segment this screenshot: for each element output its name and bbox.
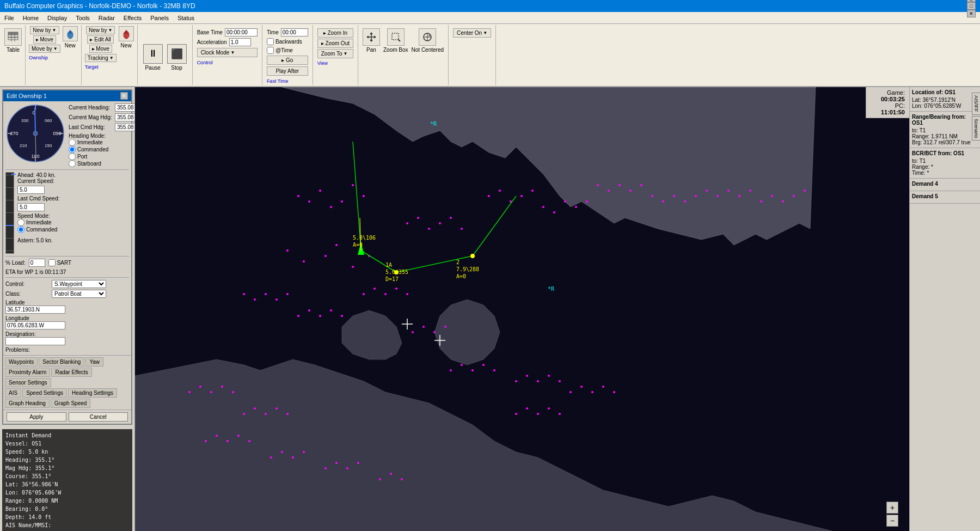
map-zoom-out-btn[interactable]: − [886, 515, 898, 527]
close-btn[interactable]: ✕ [967, 10, 976, 17]
zoom-box-icon[interactable] [387, 28, 405, 46]
current-mag-value: 355.08 [115, 113, 135, 121]
ownship-new-by-btn[interactable]: New by ▼ [30, 26, 59, 34]
load-input[interactable] [29, 259, 45, 267]
target-new-by-btn[interactable]: New by ▼ [86, 26, 115, 34]
target-move-btn[interactable]: ▸ Move [89, 45, 112, 53]
ownship-move-btn[interactable]: ▸ Move [33, 35, 56, 44]
target-edit-all-btn[interactable]: ▸ Edit All [87, 35, 113, 44]
menu-home[interactable]: Home [19, 14, 43, 22]
control-label: Control: [5, 281, 52, 287]
speed-immediate-radio[interactable]: Immediate [17, 219, 129, 226]
designation-label: Designation: [5, 331, 129, 337]
clock-mode-btn[interactable]: Clock Mode ▼ [197, 48, 258, 57]
menu-display[interactable]: Display [43, 14, 71, 22]
current-heading-value: 355.08 [115, 103, 135, 112]
yaw-tab[interactable]: Yaw [85, 357, 103, 367]
sector-blanking-tab[interactable]: Sector Blanking [39, 357, 84, 367]
designation-input[interactable] [5, 337, 65, 345]
heading-settings-tab[interactable]: Heading Settings [68, 388, 117, 398]
center-on-btn[interactable]: Center On ▼ [453, 28, 491, 38]
menu-radar[interactable]: Radar [94, 14, 119, 22]
current-mag-label: Current Mag Hdg: [69, 114, 115, 120]
target-tracking-btn[interactable]: Tracking ▼ [85, 54, 117, 62]
proximity-alarm-tab[interactable]: Proximity Alarm [5, 368, 50, 377]
time-input[interactable] [281, 28, 308, 36]
pc-time: 11:01:50 [871, 109, 905, 115]
current-speed-label: Current Speed: [17, 178, 64, 184]
dialog-tabs: Waypoints Sector Blanking Yaw Proximity … [3, 355, 131, 410]
demand5-section: Demand 5 [910, 191, 980, 204]
map-zoom-in-btn[interactable]: + [886, 502, 898, 514]
graph-heading-tab[interactable]: Graph Heading [5, 399, 50, 408]
at-time-check[interactable]: @Time [267, 47, 308, 54]
pan-label: Pan [366, 47, 376, 53]
bcr-bct-range: Range: * [912, 164, 978, 170]
waypoints-tab[interactable]: Waypoints [5, 357, 38, 367]
target-section-name: Target [85, 64, 134, 70]
fast-time-section-name: Fast Time [267, 78, 308, 84]
ais-tab[interactable]: AIS [5, 388, 21, 398]
scenario-tab[interactable]: Scenario [972, 116, 980, 141]
cancel-btn[interactable]: Cancel [69, 412, 128, 422]
dialog-close-btn[interactable]: ✕ [120, 92, 128, 100]
svg-text:270: 270 [10, 131, 18, 136]
play-after-btn[interactable]: Play After [267, 66, 308, 76]
main-layout: Edit Ownship 1 ✕ [0, 87, 980, 531]
menu-tools[interactable]: Tools [71, 14, 94, 22]
load-label: % Load: [5, 260, 26, 266]
speed-settings-tab[interactable]: Speed Settings [22, 388, 67, 398]
backwards-check[interactable]: Backwards [267, 38, 308, 45]
pan-icon[interactable] [363, 28, 380, 46]
sart-check[interactable]: SART [48, 259, 72, 266]
last-cmd-speed-value: 5.0 [17, 203, 45, 211]
menu-panels[interactable]: Panels [146, 14, 173, 22]
toolbar-view-section: ▸ Zoom In ▸ Zoom Out Zoom To ▼ View [313, 25, 358, 85]
last-cmd-hdg-value: 355.08 [115, 123, 135, 131]
menu-effects[interactable]: Effects [119, 14, 146, 22]
dialog-actions: Apply Cancel [3, 410, 131, 424]
zoom-in-btn[interactable]: ▸ Zoom In [317, 28, 353, 38]
not-centered-icon[interactable] [419, 28, 436, 46]
ownship-section-name: Ownship [29, 55, 78, 60]
go-btn[interactable]: ▸ Go [267, 56, 308, 65]
heading-commanded-radio[interactable]: Commanded [69, 146, 135, 153]
base-time-row: Base Time [197, 28, 258, 36]
ownship-move-by-btn[interactable]: Move by ▼ [29, 45, 60, 53]
last-cmd-speed-label: Last Cmd Speed: [17, 196, 64, 202]
current-speed-value: 5.0 [17, 186, 45, 194]
menu-status[interactable]: Status [173, 14, 199, 22]
heading-starboard-radio[interactable]: Starboard [69, 160, 135, 167]
toolbar-table-section: Table [1, 25, 26, 85]
class-select[interactable]: Patrol Boat [52, 290, 106, 298]
toolbar-target-section: New by ▼ ▸ Edit All ▸ Move Tracking ▼ Ne… [82, 25, 138, 85]
menu-file[interactable]: File [0, 14, 19, 22]
speed-commanded-radio[interactable]: Commanded [17, 226, 129, 233]
ais-iff-tab[interactable]: AIS/IFF [972, 93, 980, 115]
astern-label: Astern: 5.0 kn. [17, 237, 129, 243]
right-tabs: AIS/IFF Scenario [972, 93, 980, 141]
latitude-input[interactable] [5, 306, 65, 314]
heading-data: Current Heading: 355.08 Current Mag Hdg:… [69, 103, 135, 167]
base-time-input[interactable] [225, 28, 258, 36]
stop-btn[interactable]: ⬛ [167, 44, 187, 64]
zoom-to-btn[interactable]: Zoom To ▼ [317, 49, 353, 58]
radar-effects-tab[interactable]: Radar Effects [51, 368, 91, 377]
speed-data: Ahead: 40.0 kn. Current Speed: 5.0 Last … [17, 172, 129, 254]
graph-speed-tab[interactable]: Graph Speed [51, 399, 91, 408]
table-icon[interactable] [4, 28, 22, 46]
sensor-settings-tab[interactable]: Sensor Settings [5, 378, 51, 387]
longitude-input[interactable] [5, 321, 65, 329]
map-area[interactable]: 5.0\106 A=0 1A 5.0/355 D=17 2 7.9\288 A=… [135, 87, 909, 531]
location-title: Location of: OS1 [912, 89, 978, 95]
zoom-out-btn[interactable]: ▸ Zoom Out [317, 39, 353, 48]
location-lat: Lat: 36°57.1912'N [912, 97, 978, 103]
heading-port-radio[interactable]: Port [69, 153, 135, 160]
control-select[interactable]: S.Waypoint [52, 280, 106, 288]
maximize-btn[interactable]: □ [967, 2, 976, 10]
pause-btn[interactable]: ⏸ [143, 44, 163, 64]
apply-btn[interactable]: Apply [7, 412, 66, 422]
heading-immediate-radio[interactable]: Immediate [69, 139, 135, 146]
edit-ownship-dialog: Edit Ownship 1 ✕ [2, 89, 132, 425]
accel-input[interactable] [229, 38, 251, 46]
